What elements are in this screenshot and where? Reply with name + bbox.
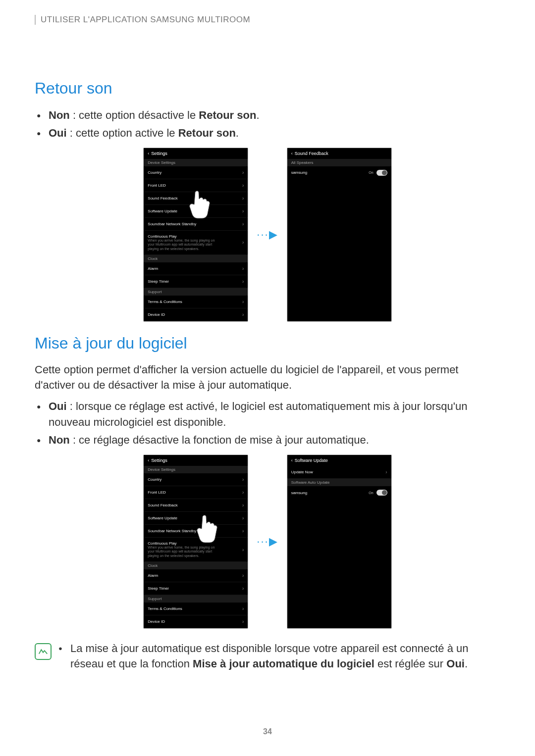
row-label: Device ID	[148, 619, 165, 624]
bold-label: Non	[49, 109, 70, 121]
row-software-update: Software Update›	[144, 205, 248, 218]
section-header: All Speakers	[287, 159, 391, 166]
screenshot-software-update: ‹Software Update Update Now› Software Au…	[287, 455, 391, 628]
chevron-right-icon: ›	[242, 528, 244, 534]
text: est réglée sur	[374, 657, 447, 670]
back-chevron-icon: ‹	[291, 151, 293, 156]
row-soundbar-network: Soundbar Network Standby›	[144, 218, 248, 231]
bold-term: Retour son	[199, 109, 256, 121]
section-header: Support	[144, 288, 248, 296]
heading-retour-son: Retour son	[35, 79, 500, 98]
row-sound-feedback: Sound Feedback›	[144, 499, 248, 512]
section-header: Device Settings	[144, 159, 248, 166]
bold-term: Oui	[446, 657, 465, 670]
row-sleep-timer: Sleep Timer›	[144, 582, 248, 595]
list-mise-a-jour: Oui : lorsque ce réglage est activé, le …	[35, 399, 500, 448]
row-label: Software Update	[148, 516, 177, 520]
chevron-right-icon: ›	[242, 196, 244, 201]
bold-label: Oui	[49, 127, 67, 139]
page-number: 34	[0, 727, 535, 736]
row-label: Soundbar Network Standby	[148, 529, 196, 533]
list-item: Oui : cette option active le Retour son.	[49, 125, 500, 141]
row-label: Country	[148, 170, 161, 175]
bold-label: Oui	[49, 400, 67, 412]
row-continuous-play: Continuous PlayWhen you arrive home, the…	[144, 231, 248, 255]
section-header: Clock	[144, 255, 248, 262]
list-retour-son: Non : cette option désactive le Retour s…	[35, 107, 500, 141]
row-label: Continuous Play	[148, 234, 222, 239]
row-label: Device ID	[148, 312, 165, 317]
row-terms: Terms & Conditions›	[144, 603, 248, 615]
document-header: UTILISER L'APPLICATION SAMSUNG MULTIROOM	[35, 15, 500, 25]
chevron-right-icon: ›	[242, 240, 244, 245]
back-chevron-icon: ‹	[291, 458, 293, 463]
bold-term: Retour son	[178, 127, 236, 139]
text: : ce réglage désactive la fonction de mi…	[70, 434, 369, 446]
note-item: La mise à jour automatique est disponibl…	[58, 641, 500, 672]
back-chevron-icon: ‹	[148, 458, 149, 463]
section-header: Clock	[144, 562, 248, 569]
row-device-id: Device ID›	[144, 615, 248, 628]
text: : cette option active le	[67, 127, 178, 139]
note-block: La mise à jour automatique est disponibl…	[35, 641, 500, 672]
heading-mise-a-jour: Mise à jour du logiciel	[35, 334, 500, 353]
row-sound-feedback: Sound Feedback›	[144, 192, 248, 205]
list-item: Oui : lorsque ce réglage est activé, le …	[49, 399, 500, 430]
chevron-right-icon: ›	[242, 279, 244, 284]
row-front-led: Front LED›	[144, 179, 248, 192]
chevron-right-icon: ›	[242, 170, 244, 175]
chevron-right-icon: ›	[242, 619, 244, 624]
row-label: Update Now	[291, 470, 313, 474]
row-terms: Terms & Conditions›	[144, 296, 248, 308]
section-header: Support	[144, 595, 248, 603]
row-label: Soundbar Network Standby	[148, 222, 196, 226]
chevron-right-icon: ›	[242, 606, 244, 611]
phone-header: ‹Software Update	[287, 455, 391, 466]
chevron-right-icon: ›	[242, 183, 244, 188]
section-header: Software Auto Update	[287, 479, 391, 486]
text: : lorsque ce réglage est activé, le logi…	[49, 400, 468, 428]
row-update-now: Update Now›	[287, 466, 391, 479]
row-label: Front LED	[148, 183, 165, 188]
figure-row-1: ‹Settings Device Settings Country› Front…	[35, 148, 500, 321]
list-item: Non : cette option désactive le Retour s…	[49, 107, 500, 123]
row-label: Software Update	[148, 209, 177, 213]
chevron-right-icon: ›	[242, 208, 244, 214]
screenshot-sound-feedback: ‹Sound Feedback All Speakers samsung On	[287, 148, 391, 321]
chevron-right-icon: ›	[385, 469, 387, 475]
row-label: Alarm	[148, 266, 158, 271]
row-label: samsung	[291, 170, 307, 175]
toggle-wrap: On	[369, 490, 387, 496]
section-header: Device Settings	[144, 466, 248, 473]
toggle-switch-icon	[376, 170, 387, 176]
chevron-right-icon: ›	[242, 586, 244, 591]
phone-title: Software Update	[295, 458, 328, 463]
phone-header: ‹Settings	[144, 148, 248, 159]
row-alarm: Alarm›	[144, 569, 248, 582]
figure-row-2: ‹Settings Device Settings Country› Front…	[35, 455, 500, 628]
row-label: Terms & Conditions	[148, 606, 182, 611]
arrow-dots-icon: ···▶	[257, 228, 278, 241]
chevron-right-icon: ›	[242, 503, 244, 508]
row-speaker: samsung On	[287, 166, 391, 179]
phone-title: Settings	[151, 458, 167, 463]
bold-term: Mise à jour automatique du logiciel	[193, 657, 374, 670]
note-icon	[35, 643, 52, 660]
list-item: Non : ce réglage désactive la fonction d…	[49, 432, 500, 448]
screenshot-settings: ‹Settings Device Settings Country› Front…	[144, 148, 248, 321]
intro-paragraph: Cette option permet d'afficher la versio…	[35, 362, 500, 393]
chevron-right-icon: ›	[242, 515, 244, 521]
row-continuous-play: Continuous PlayWhen you arrive home, the…	[144, 538, 248, 562]
text: : cette option désactive le	[70, 109, 199, 121]
row-label: Country	[148, 477, 161, 482]
text: .	[236, 127, 239, 139]
toggle-wrap: On	[369, 170, 387, 176]
row-label: Continuous Play	[148, 541, 222, 546]
back-chevron-icon: ‹	[148, 151, 149, 156]
text: .	[256, 109, 259, 121]
toggle-switch-icon	[376, 490, 387, 496]
chevron-right-icon: ›	[242, 490, 244, 495]
row-label: Alarm	[148, 573, 158, 578]
row-label: Sleep Timer	[148, 279, 169, 284]
row-software-update: Software Update›	[144, 512, 248, 525]
